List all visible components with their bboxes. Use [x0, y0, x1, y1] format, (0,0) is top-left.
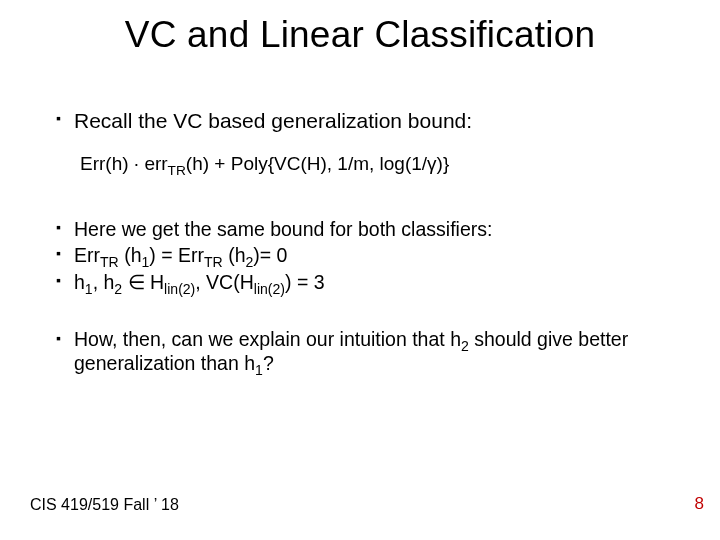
bullet-err-tr: ErrTR (h1) = ErrTR (h2)= 0 — [56, 243, 680, 267]
block-question: How, then, can we explain our intuition … — [56, 328, 680, 376]
t: (h — [119, 244, 142, 266]
t: 1 — [255, 362, 263, 378]
formula-text-pre: Err(h) · err — [80, 153, 168, 174]
t: , VC(H — [195, 271, 254, 293]
t: 2 — [461, 338, 469, 354]
footer-page-number: 8 — [695, 494, 704, 514]
slide: VC and Linear Classification Recall the … — [0, 0, 720, 540]
formula-sub-tr: TR — [168, 163, 186, 178]
t: , h — [93, 271, 115, 293]
t: Err — [74, 244, 100, 266]
t: How, then, can we explain our intuition … — [74, 328, 461, 350]
block-same-bound: Here we get the same bound for both clas… — [56, 217, 680, 294]
t: ∈ H — [122, 271, 164, 293]
t: )= 0 — [253, 244, 287, 266]
t: (h — [223, 244, 246, 266]
t: lin(2) — [164, 281, 195, 297]
slide-body: Recall the VC based generalization bound… — [56, 108, 680, 382]
bullet-same-bound: Here we get the same bound for both clas… — [56, 217, 680, 241]
t: 2 — [114, 281, 122, 297]
t: TR — [204, 254, 223, 270]
bullet-question: How, then, can we explain our intuition … — [56, 328, 680, 376]
t: ) = 3 — [285, 271, 325, 293]
t: ? — [263, 352, 274, 374]
t: lin(2) — [254, 281, 285, 297]
t: ) = Err — [149, 244, 204, 266]
t: h — [74, 271, 85, 293]
formula-vc-bound: Err(h) · errTR(h) + Poly{VC(H), 1/m, log… — [80, 152, 680, 177]
t: 1 — [85, 281, 93, 297]
t: TR — [100, 254, 119, 270]
bullet-hlin: h1, h2 ∈ Hlin(2), VC(Hlin(2)) = 3 — [56, 270, 680, 294]
footer-course: CIS 419/519 Fall ’ 18 — [30, 496, 179, 514]
slide-title: VC and Linear Classification — [0, 14, 720, 56]
formula-text-post: (h) + Poly{VC(H), 1/m, log(1/γ)} — [186, 153, 449, 174]
bullet-recall: Recall the VC based generalization bound… — [56, 108, 680, 134]
